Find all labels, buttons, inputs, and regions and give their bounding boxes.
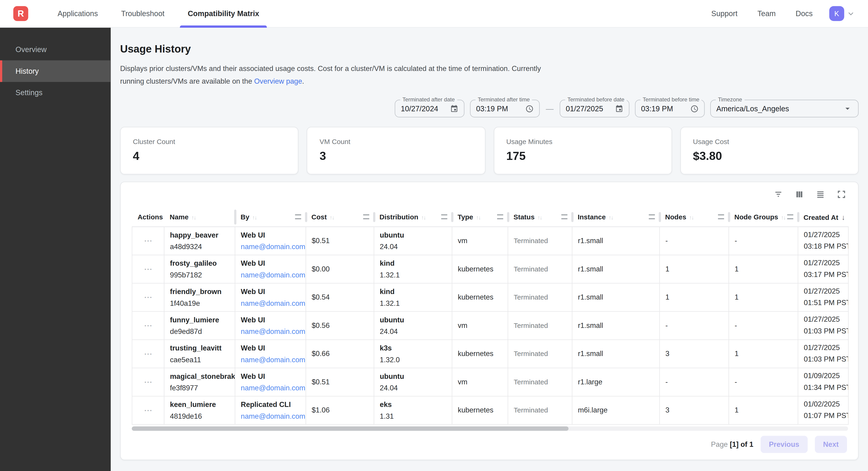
row-actions-button[interactable]: ⋯ <box>144 293 152 301</box>
distribution-name: eks <box>380 401 446 408</box>
type-cell: vm <box>452 368 508 396</box>
node-groups-cell: - <box>729 227 798 255</box>
clock-icon[interactable] <box>690 105 699 113</box>
chevron-down-icon[interactable] <box>847 10 855 18</box>
columns-icon[interactable] <box>795 190 804 199</box>
col-header-created-at[interactable]: Created At↓ <box>798 208 848 227</box>
user-avatar[interactable]: K <box>829 6 844 21</box>
row-actions-button[interactable]: ⋯ <box>144 236 152 244</box>
terminated-before-time-input[interactable]: Terminated before time 03:19 PM <box>635 100 705 118</box>
terminated-before-date-input[interactable]: Terminated before date 01/27/2025 <box>560 100 629 118</box>
distribution-name: ubuntu <box>380 316 446 323</box>
table-row: ⋯ happy_beavera48d9324 Web UIname@domain… <box>132 227 848 255</box>
col-header-instance[interactable]: Instance↑↓ <box>572 208 660 227</box>
email-link[interactable]: name@domain.com <box>241 243 300 250</box>
email-link[interactable]: name@domain.com <box>241 299 300 306</box>
created-date: 01/27/2025 <box>804 231 842 239</box>
type-cell: kubernetes <box>452 255 508 283</box>
table-row: ⋯ funny_lumierede9ed87d Web UIname@domai… <box>132 311 848 340</box>
cost-cell: $0.56 <box>306 311 374 340</box>
column-menu-icon[interactable] <box>363 214 369 219</box>
node-groups-cell: 1 <box>729 340 798 368</box>
overview-page-link[interactable]: Overview page <box>254 77 302 85</box>
description-text-1: Displays prior clusters/VMs and their as… <box>120 64 541 85</box>
node-groups-cell: 1 <box>729 255 798 283</box>
horizontal-scrollbar-thumb[interactable] <box>132 426 569 431</box>
col-header-cost[interactable]: Cost↑↓ <box>306 208 374 227</box>
nav-compatibility-matrix-label: Compatibility Matrix <box>188 9 259 18</box>
usage-history-table: Actions Name↑↓ By↑↓ Cost↑↓ Distribution↑… <box>132 208 849 424</box>
email-link[interactable]: name@domain.com <box>241 384 300 391</box>
column-menu-icon[interactable] <box>787 214 793 219</box>
row-actions-button[interactable]: ⋯ <box>144 264 152 273</box>
sidebar-item-settings[interactable]: Settings <box>0 82 111 104</box>
terminated-after-time-label: Terminated after time <box>475 96 532 102</box>
nav-applications[interactable]: Applications <box>46 0 110 27</box>
filter-bar: Terminated after date 10/27/2024 Termina… <box>120 100 859 118</box>
nav-team[interactable]: Team <box>747 9 786 18</box>
col-header-node-groups[interactable]: Node Groups↑↓ <box>729 208 798 227</box>
col-header-name[interactable]: Name↑↓ <box>164 208 235 227</box>
col-header-type[interactable]: Type↑↓ <box>452 208 508 227</box>
stat-value: $3.80 <box>693 150 846 163</box>
filter-icon[interactable] <box>774 190 783 199</box>
row-actions-button[interactable]: ⋯ <box>144 349 152 357</box>
sort-icon: ↑↓ <box>476 214 480 220</box>
email-link[interactable]: name@domain.com <box>241 327 300 334</box>
stat-label: Usage Cost <box>693 138 846 146</box>
instance-cell: r1.small <box>572 283 660 311</box>
col-header-status[interactable]: Status↑↓ <box>508 208 572 227</box>
sort-desc-icon: ↓ <box>841 213 845 222</box>
sidebar-item-overview[interactable]: Overview <box>0 39 111 60</box>
sort-icon: ↑↓ <box>330 214 334 220</box>
stat-card-cluster-count: Cluster Count 4 <box>120 127 298 174</box>
clock-icon[interactable] <box>525 105 534 113</box>
column-menu-icon[interactable] <box>497 214 503 219</box>
timezone-select[interactable]: Timezone America/Los_Angeles <box>710 100 859 118</box>
fullscreen-icon[interactable] <box>837 190 846 199</box>
col-header-nodes[interactable]: Nodes↑↓ <box>659 208 728 227</box>
cluster-id: de9ed87d <box>170 327 229 334</box>
column-menu-icon[interactable] <box>648 214 654 219</box>
sort-icon: ↑↓ <box>252 214 257 220</box>
type-cell: vm <box>452 311 508 340</box>
instance-cell: m6i.large <box>572 396 660 424</box>
created-by: Replicated CLI <box>241 401 300 408</box>
email-link[interactable]: name@domain.com <box>241 356 300 363</box>
nav-support[interactable]: Support <box>702 9 747 18</box>
row-actions-button[interactable]: ⋯ <box>144 406 152 414</box>
calendar-icon[interactable] <box>450 105 458 113</box>
next-page-button[interactable]: Next <box>815 436 847 452</box>
nav-troubleshoot[interactable]: Troubleshoot <box>110 0 176 27</box>
table-row: ⋯ keen_lumiere4819de16 Replicated CLInam… <box>132 396 848 424</box>
column-menu-icon[interactable] <box>295 214 301 219</box>
type-cell: kubernetes <box>452 283 508 311</box>
col-header-by[interactable]: By↑↓ <box>235 208 306 227</box>
email-link[interactable]: name@domain.com <box>241 271 300 278</box>
sidebar-item-history[interactable]: History <box>0 60 111 82</box>
row-actions-button[interactable]: ⋯ <box>144 321 152 329</box>
created-time: 01:03 PM PST <box>804 356 842 363</box>
column-menu-icon[interactable] <box>441 214 447 219</box>
distribution-version: 24.04 <box>380 384 446 391</box>
sort-icon: ↑↓ <box>609 214 613 220</box>
row-actions-button[interactable]: ⋯ <box>144 378 152 386</box>
col-header-distribution[interactable]: Distribution↑↓ <box>374 208 452 227</box>
status-cell: Terminated <box>508 227 572 255</box>
calendar-icon[interactable] <box>615 105 623 113</box>
terminated-after-time-input[interactable]: Terminated after time 03:19 PM <box>470 100 540 118</box>
email-link[interactable]: name@domain.com <box>241 412 300 419</box>
column-menu-icon[interactable] <box>718 214 724 219</box>
column-menu-icon[interactable] <box>561 214 567 219</box>
caret-down-icon[interactable] <box>843 104 852 113</box>
nav-docs[interactable]: Docs <box>786 9 823 18</box>
sort-icon: ↑↓ <box>781 214 785 220</box>
previous-page-button[interactable]: Previous <box>761 436 808 452</box>
nav-compatibility-matrix[interactable]: Compatibility Matrix <box>176 0 271 27</box>
density-icon[interactable] <box>816 190 825 199</box>
terminated-after-date-input[interactable]: Terminated after date 10/27/2024 <box>395 100 464 118</box>
replicated-logo[interactable]: R <box>13 6 28 21</box>
stat-card-usage-cost: Usage Cost $3.80 <box>680 127 859 174</box>
distribution-version: 1.32.1 <box>380 299 446 306</box>
nodes-cell: 1 <box>659 255 728 283</box>
